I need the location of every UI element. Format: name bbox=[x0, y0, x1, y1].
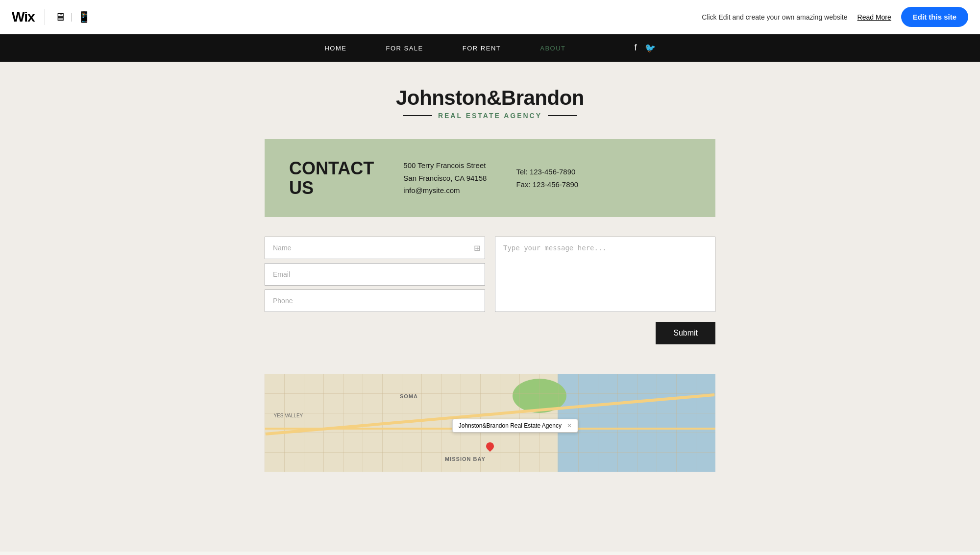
top-bar: Wix 🖥 | 📱 Click Edit and create your own… bbox=[0, 0, 980, 34]
submit-button[interactable]: Submit bbox=[656, 322, 715, 344]
input-icon: ⊞ bbox=[474, 243, 480, 253]
phone-input[interactable] bbox=[265, 290, 485, 312]
form-left: ⊞ bbox=[265, 237, 485, 312]
top-bar-left: Wix 🖥 | 📱 bbox=[12, 9, 91, 25]
map-placeholder: SOMA MISSION BAY YES VALLEY Johnston&Bra… bbox=[265, 374, 715, 472]
edit-site-button[interactable]: Edit this site bbox=[901, 7, 968, 27]
submit-row: Submit bbox=[265, 322, 715, 354]
map-pin bbox=[485, 442, 495, 452]
divider bbox=[45, 9, 45, 25]
map-pin-circle bbox=[485, 441, 496, 452]
nav-social: f 🐦 bbox=[635, 43, 656, 53]
mobile-icon[interactable]: 📱 bbox=[77, 11, 91, 24]
brand-subtitle-row: Real Estate Agency bbox=[10, 112, 970, 120]
top-bar-message: Click Edit and create your own amazing w… bbox=[702, 13, 847, 21]
main-content: Johnston&Brandon Real Estate Agency CONT… bbox=[0, 62, 980, 552]
contact-block: CONTACTUS 500 Terry Francois Street San … bbox=[265, 139, 715, 217]
device-divider: | bbox=[71, 12, 73, 22]
map-label-mission: MISSION BAY bbox=[445, 456, 486, 462]
name-input-row: ⊞ bbox=[265, 237, 485, 259]
nav-about[interactable]: ABOUT bbox=[540, 45, 565, 52]
facebook-icon[interactable]: f bbox=[635, 43, 637, 53]
email-input[interactable] bbox=[265, 263, 485, 286]
name-input[interactable] bbox=[265, 237, 485, 259]
brand-subtitle: Real Estate Agency bbox=[438, 112, 542, 120]
twitter-icon[interactable]: 🐦 bbox=[645, 43, 656, 53]
device-icons: 🖥 | 📱 bbox=[55, 11, 91, 24]
contact-title: CONTACTUS bbox=[289, 159, 374, 197]
brand-line-right bbox=[548, 115, 577, 116]
nav-bar: HOME FOR SALE FOR RENT ABOUT f 🐦 bbox=[0, 34, 980, 62]
map-label-soma: SOMA bbox=[400, 393, 418, 399]
nav-for-rent[interactable]: FOR RENT bbox=[463, 45, 501, 52]
top-bar-right: Click Edit and create your own amazing w… bbox=[702, 7, 968, 27]
form-area: ⊞ bbox=[265, 237, 715, 322]
map-label-yes-valley: YES VALLEY bbox=[273, 413, 303, 418]
read-more-link[interactable]: Read More bbox=[858, 13, 891, 21]
brand-name: Johnston&Brandon bbox=[10, 86, 970, 110]
form-right bbox=[495, 237, 715, 312]
nav-for-sale[interactable]: FOR SALE bbox=[386, 45, 423, 52]
contact-phone: Tel: 123-456-7890 Fax: 123-456-7890 bbox=[516, 166, 578, 191]
wix-logo: Wix bbox=[12, 9, 35, 25]
message-textarea[interactable] bbox=[495, 237, 715, 312]
map-tooltip-close[interactable]: ✕ bbox=[567, 422, 572, 429]
contact-address: 500 Terry Francois Street San Francisco,… bbox=[403, 159, 487, 197]
map-tooltip: Johnston&Brandon Real Estate Agency ✕ bbox=[452, 419, 578, 433]
brand-line-left bbox=[403, 115, 432, 116]
logo-area: Johnston&Brandon Real Estate Agency bbox=[0, 62, 980, 139]
map-bg: SOMA MISSION BAY YES VALLEY Johnston&Bra… bbox=[265, 374, 715, 472]
map-tooltip-label: Johnston&Brandon Real Estate Agency bbox=[459, 422, 562, 429]
desktop-icon[interactable]: 🖥 bbox=[55, 11, 66, 24]
map-area: SOMA MISSION BAY YES VALLEY Johnston&Bra… bbox=[265, 374, 715, 472]
nav-home[interactable]: HOME bbox=[324, 45, 346, 52]
